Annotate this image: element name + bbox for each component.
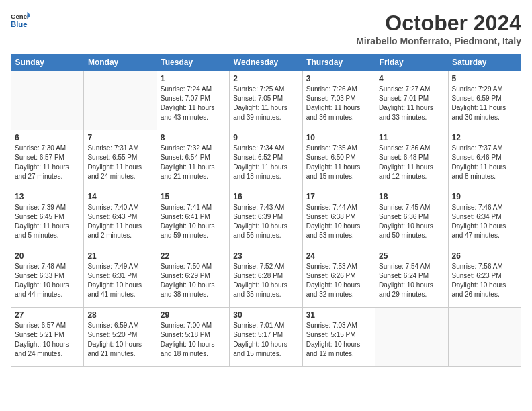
- sunrise-label: Sunrise: 7:49 AM: [87, 263, 138, 270]
- sunrise-label: Sunrise: 7:36 AM: [379, 144, 430, 152]
- day-number: 2: [233, 74, 298, 83]
- sunset-label: Sunset: 6:59 PM: [452, 95, 502, 102]
- day-number: 16: [233, 192, 298, 201]
- day-number: 24: [306, 251, 371, 261]
- day-number: 6: [15, 133, 80, 142]
- daylight-label: Daylight: 10 hours and 21 minutes.: [87, 340, 142, 357]
- day-info: Sunrise: 7:53 AM Sunset: 6:26 PM Dayligh…: [306, 262, 371, 300]
- day-number: 17: [306, 192, 371, 201]
- weekday-header: Tuesday: [157, 54, 229, 71]
- sunset-label: Sunset: 6:39 PM: [233, 213, 283, 220]
- sunset-label: Sunset: 6:50 PM: [306, 154, 356, 161]
- day-info: Sunrise: 7:24 AM Sunset: 7:07 PM Dayligh…: [161, 85, 226, 122]
- calendar-cell: 11 Sunrise: 7:36 AM Sunset: 6:48 PM Dayl…: [375, 130, 448, 189]
- sunrise-label: Sunrise: 7:48 AM: [15, 263, 66, 270]
- calendar-cell: 10 Sunrise: 7:35 AM Sunset: 6:50 PM Dayl…: [302, 130, 375, 189]
- sunset-label: Sunset: 6:41 PM: [161, 213, 210, 220]
- calendar-cell: 26 Sunrise: 7:56 AM Sunset: 6:23 PM Dayl…: [448, 248, 521, 308]
- daylight-label: Daylight: 10 hours and 18 minutes.: [161, 340, 215, 357]
- day-info: Sunrise: 7:40 AM Sunset: 6:43 PM Dayligh…: [87, 203, 152, 240]
- daylight-label: Daylight: 11 hours and 5 minutes.: [15, 222, 69, 239]
- calendar-cell: 1 Sunrise: 7:24 AM Sunset: 7:07 PM Dayli…: [157, 71, 229, 130]
- weekday-header: Thursday: [302, 54, 375, 71]
- sunrise-label: Sunrise: 7:00 AM: [161, 322, 212, 329]
- weekday-header: Friday: [375, 54, 448, 71]
- sunrise-label: Sunrise: 7:46 AM: [452, 203, 503, 211]
- day-number: 8: [161, 133, 226, 142]
- sunrise-label: Sunrise: 7:30 AM: [15, 144, 66, 152]
- calendar-week-row: 1 Sunrise: 7:24 AM Sunset: 7:07 PM Dayli…: [11, 71, 521, 130]
- sunrise-label: Sunrise: 7:34 AM: [233, 144, 284, 152]
- day-info: Sunrise: 7:34 AM Sunset: 6:52 PM Dayligh…: [233, 144, 298, 181]
- sunrise-label: Sunrise: 6:59 AM: [87, 322, 138, 329]
- sunrise-label: Sunrise: 7:27 AM: [379, 85, 430, 93]
- calendar-cell: 2 Sunrise: 7:25 AM Sunset: 7:05 PM Dayli…: [230, 71, 302, 130]
- page-header: General Blue October 2024 Mirabello Monf…: [11, 11, 521, 46]
- calendar-cell: 20 Sunrise: 7:48 AM Sunset: 6:33 PM Dayl…: [11, 248, 84, 308]
- day-info: Sunrise: 7:39 AM Sunset: 6:45 PM Dayligh…: [15, 203, 80, 240]
- day-number: 29: [161, 310, 226, 320]
- day-info: Sunrise: 7:44 AM Sunset: 6:38 PM Dayligh…: [306, 203, 371, 240]
- sunrise-label: Sunrise: 7:37 AM: [452, 144, 503, 152]
- daylight-label: Daylight: 10 hours and 35 minutes.: [233, 281, 287, 298]
- day-info: Sunrise: 7:45 AM Sunset: 6:36 PM Dayligh…: [379, 203, 444, 240]
- calendar-week-row: 6 Sunrise: 7:30 AM Sunset: 6:57 PM Dayli…: [11, 130, 521, 189]
- calendar-cell: 23 Sunrise: 7:52 AM Sunset: 6:28 PM Dayl…: [230, 248, 302, 308]
- day-info: Sunrise: 7:49 AM Sunset: 6:31 PM Dayligh…: [87, 262, 152, 300]
- calendar-cell: 18 Sunrise: 7:45 AM Sunset: 6:36 PM Dayl…: [375, 189, 448, 248]
- sunrise-label: Sunrise: 7:29 AM: [452, 85, 503, 93]
- calendar-cell: [448, 308, 521, 367]
- sunrise-label: Sunrise: 7:45 AM: [379, 203, 430, 211]
- sunset-label: Sunset: 6:45 PM: [15, 213, 64, 220]
- sunset-label: Sunset: 6:38 PM: [306, 213, 356, 220]
- sunset-label: Sunset: 6:23 PM: [452, 272, 502, 279]
- day-number: 12: [452, 133, 517, 142]
- calendar-cell: 3 Sunrise: 7:26 AM Sunset: 7:03 PM Dayli…: [302, 71, 375, 130]
- day-info: Sunrise: 7:35 AM Sunset: 6:50 PM Dayligh…: [306, 144, 371, 181]
- sunset-label: Sunset: 6:46 PM: [452, 154, 502, 161]
- day-info: Sunrise: 7:52 AM Sunset: 6:28 PM Dayligh…: [233, 262, 298, 300]
- sunrise-label: Sunrise: 7:56 AM: [452, 263, 503, 270]
- sunset-label: Sunset: 6:24 PM: [379, 272, 429, 279]
- sunset-label: Sunset: 6:48 PM: [379, 154, 429, 161]
- day-info: Sunrise: 7:31 AM Sunset: 6:55 PM Dayligh…: [87, 144, 152, 181]
- daylight-label: Daylight: 10 hours and 50 minutes.: [379, 222, 433, 239]
- calendar-week-row: 20 Sunrise: 7:48 AM Sunset: 6:33 PM Dayl…: [11, 248, 521, 308]
- day-number: 23: [233, 251, 298, 261]
- daylight-label: Daylight: 10 hours and 44 minutes.: [15, 281, 69, 298]
- calendar-cell: 6 Sunrise: 7:30 AM Sunset: 6:57 PM Dayli…: [11, 130, 84, 189]
- calendar-cell: 24 Sunrise: 7:53 AM Sunset: 6:26 PM Dayl…: [302, 248, 375, 308]
- daylight-label: Daylight: 11 hours and 24 minutes.: [87, 163, 142, 180]
- day-number: 18: [379, 192, 444, 201]
- daylight-label: Daylight: 10 hours and 38 minutes.: [161, 281, 215, 298]
- calendar-cell: 29 Sunrise: 7:00 AM Sunset: 5:18 PM Dayl…: [157, 308, 229, 367]
- sunset-label: Sunset: 6:57 PM: [15, 154, 64, 161]
- calendar-cell: 27 Sunrise: 6:57 AM Sunset: 5:21 PM Dayl…: [11, 308, 84, 367]
- calendar-week-row: 13 Sunrise: 7:39 AM Sunset: 6:45 PM Dayl…: [11, 189, 521, 248]
- day-info: Sunrise: 7:48 AM Sunset: 6:33 PM Dayligh…: [15, 262, 80, 300]
- sunset-label: Sunset: 7:07 PM: [161, 95, 210, 102]
- day-number: 13: [15, 192, 80, 201]
- day-info: Sunrise: 7:36 AM Sunset: 6:48 PM Dayligh…: [379, 144, 444, 181]
- day-info: Sunrise: 7:03 AM Sunset: 5:15 PM Dayligh…: [306, 321, 371, 359]
- daylight-label: Daylight: 11 hours and 21 minutes.: [161, 163, 215, 180]
- sunset-label: Sunset: 6:33 PM: [15, 272, 64, 279]
- location: Mirabello Monferrato, Piedmont, Italy: [356, 36, 521, 46]
- calendar-cell: 4 Sunrise: 7:27 AM Sunset: 7:01 PM Dayli…: [375, 71, 448, 130]
- weekday-header: Saturday: [448, 54, 521, 71]
- calendar-cell: 15 Sunrise: 7:41 AM Sunset: 6:41 PM Dayl…: [157, 189, 229, 248]
- day-info: Sunrise: 7:37 AM Sunset: 6:46 PM Dayligh…: [452, 144, 517, 181]
- day-number: 20: [15, 251, 80, 261]
- calendar-table: SundayMondayTuesdayWednesdayThursdayFrid…: [11, 54, 521, 367]
- logo-icon: General Blue: [11, 11, 30, 30]
- sunset-label: Sunset: 5:21 PM: [15, 331, 64, 338]
- day-number: 22: [161, 251, 226, 261]
- daylight-label: Daylight: 11 hours and 27 minutes.: [15, 163, 69, 180]
- sunrise-label: Sunrise: 7:41 AM: [161, 203, 212, 211]
- sunrise-label: Sunrise: 7:43 AM: [233, 203, 284, 211]
- daylight-label: Daylight: 10 hours and 56 minutes.: [233, 222, 287, 239]
- daylight-label: Daylight: 11 hours and 43 minutes.: [161, 104, 215, 121]
- calendar-cell: 12 Sunrise: 7:37 AM Sunset: 6:46 PM Dayl…: [448, 130, 521, 189]
- day-number: 25: [379, 251, 444, 261]
- daylight-label: Daylight: 11 hours and 39 minutes.: [233, 104, 287, 121]
